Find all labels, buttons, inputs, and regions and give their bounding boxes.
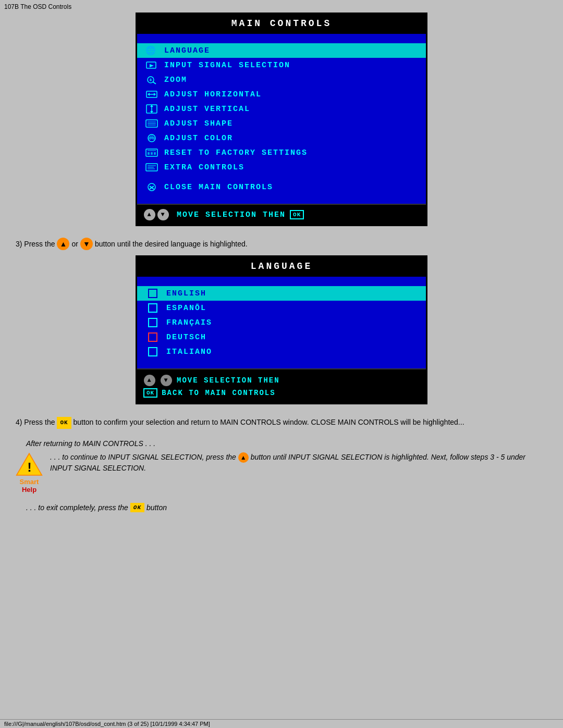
svg-marker-9 xyxy=(154,93,156,96)
menu-item-zoom[interactable]: + ZOOM xyxy=(137,72,426,87)
warning-triangle-icon: ! xyxy=(16,452,43,477)
menu-item-adjust-vertical[interactable]: ADJUST VERTICAL xyxy=(137,102,426,116)
svg-text:!: ! xyxy=(28,460,32,474)
smart-help-box: ! Smart Help . . . to continue to INPUT … xyxy=(16,452,547,493)
ok-badge: OK xyxy=(290,210,304,219)
svg-marker-2 xyxy=(150,64,154,67)
smart-label: Smart xyxy=(20,478,39,486)
down-triangle-button: ▼ xyxy=(80,238,93,250)
exit-line: . . . to exit completely, press the OK b… xyxy=(16,501,547,514)
input-signal-icon xyxy=(143,60,160,70)
main-controls-body: 🌐 LANGUAGE INPUT SIGNAL SELECTION xyxy=(137,34,426,204)
deutsch-label: DEUTSCH xyxy=(166,333,206,342)
svg-text:+: + xyxy=(149,78,153,83)
reset-factory-label: RESET TO FACTORY SETTINGS xyxy=(164,149,308,157)
italiano-label: ITALIANO xyxy=(166,348,212,356)
menu-item-close-main[interactable]: CLOSE MAIN CONTROLS xyxy=(137,180,426,194)
svg-rect-25 xyxy=(151,152,153,155)
main-controls-panel: MAIN CONTROLS 🌐 LANGUAGE xyxy=(136,13,427,226)
reset-factory-icon xyxy=(143,147,160,158)
smart-help-text-block: . . . to continue to INPUT SIGNAL SELECT… xyxy=(50,452,547,474)
menu-item-adjust-horizontal[interactable]: ADJUST HORIZONTAL xyxy=(137,87,426,102)
lang-back-text: BACK TO MAIN CONTROLS xyxy=(162,389,275,397)
extra-controls-icon xyxy=(143,162,160,172)
svg-point-21 xyxy=(150,135,153,138)
espanol-icon xyxy=(145,303,160,313)
instruction-3: 3) Press the ▲ or ▼ button until the des… xyxy=(16,235,547,255)
page-title: 107B The OSD Controls xyxy=(0,2,563,13)
svg-rect-26 xyxy=(154,152,156,155)
lang-ok-badge: OK xyxy=(143,388,157,398)
adjust-horizontal-icon xyxy=(143,89,160,100)
smart-up-arrow: ▲ xyxy=(238,452,249,463)
lang-down-icon: ▼ xyxy=(161,375,172,386)
svg-rect-24 xyxy=(148,152,150,155)
zoom-icon: + xyxy=(143,75,160,85)
language-label: LANGUAGE xyxy=(164,46,210,55)
input-signal-label: INPUT SIGNAL SELECTION xyxy=(164,61,290,70)
language-icon: 🌐 xyxy=(143,45,160,56)
after-returning-note: After returning to MAIN CONTROLS . . . xyxy=(16,439,547,448)
main-controls-header: MAIN CONTROLS xyxy=(137,14,426,34)
adjust-shape-icon xyxy=(143,118,160,129)
footer-text: MOVE SELECTION THEN xyxy=(177,211,286,219)
close-main-icon xyxy=(143,182,160,192)
lang-item-english[interactable]: ENGLISH xyxy=(137,286,426,301)
language-body: ENGLISH ESPANÕL FRANÇAIS xyxy=(137,277,426,368)
lang-item-deutsch[interactable]: DEUTSCH xyxy=(137,330,426,344)
deutsch-icon xyxy=(145,332,160,342)
footer-nav-icons: ▲ ▼ xyxy=(143,209,169,220)
menu-item-adjust-shape[interactable]: ADJUST SHAPE xyxy=(137,116,426,131)
adjust-vertical-icon xyxy=(143,104,160,114)
francais-icon xyxy=(145,318,160,327)
adjust-vertical-label: ADJUST VERTICAL xyxy=(164,105,250,114)
lang-footer-row2: OK BACK TO MAIN CONTROLS xyxy=(143,387,420,399)
ok-badge-inline: OK xyxy=(57,417,71,429)
zoom-label: ZOOM xyxy=(164,76,187,84)
up-arrow-icon: ▲ xyxy=(144,209,155,220)
menu-item-adjust-color[interactable]: ADJUST COLOR xyxy=(137,131,426,145)
menu-item-extra-controls[interactable]: EXTRA CONTROLS xyxy=(137,160,426,175)
exit-ok-badge: OK xyxy=(130,503,144,512)
adjust-color-icon xyxy=(143,133,160,143)
italiano-icon xyxy=(145,347,160,356)
language-panel: LANGUAGE ENGLISH ESPANÕL xyxy=(136,255,427,404)
lang-item-espanol[interactable]: ESPANÕL xyxy=(137,301,426,315)
menu-item-input-signal[interactable]: INPUT SIGNAL SELECTION xyxy=(137,58,426,72)
up-triangle-button: ▲ xyxy=(57,238,69,250)
adjust-color-label: ADJUST COLOR xyxy=(164,134,233,143)
lang-item-italiano[interactable]: ITALIANO xyxy=(137,344,426,359)
english-label: ENGLISH xyxy=(166,289,206,298)
espanol-label: ESPANÕL xyxy=(166,304,206,313)
menu-item-reset-factory[interactable]: RESET TO FACTORY SETTINGS xyxy=(137,145,426,160)
menu-item-language[interactable]: 🌐 LANGUAGE xyxy=(137,43,426,58)
language-footer: ▲ ▼ MOVE SELECTION THEN OK BACK TO MAIN … xyxy=(137,368,426,403)
extra-controls-label: EXTRA CONTROLS xyxy=(164,163,244,172)
lang-footer-text1: MOVE SELECTION THEN xyxy=(177,376,280,385)
english-icon xyxy=(145,289,160,298)
adjust-horizontal-label: ADJUST HORIZONTAL xyxy=(164,90,262,99)
svg-text:🌐: 🌐 xyxy=(145,45,157,56)
adjust-shape-label: ADJUST SHAPE xyxy=(164,119,233,128)
bottom-status-bar: file:///G|/manual/english/107B/osd/osd_c… xyxy=(0,719,563,728)
main-controls-footer: ▲ ▼ MOVE SELECTION THEN OK xyxy=(137,204,426,225)
francais-label: FRANÇAIS xyxy=(166,318,212,327)
bottom-bar-text: file:///G|/manual/english/107B/osd/osd_c… xyxy=(4,721,210,727)
help-label: Help xyxy=(22,486,36,493)
close-main-label: CLOSE MAIN CONTROLS xyxy=(164,183,273,192)
down-arrow-icon: ▼ xyxy=(157,209,169,220)
lang-item-francais[interactable]: FRANÇAIS xyxy=(137,315,426,330)
lang-footer-row1: ▲ ▼ MOVE SELECTION THEN xyxy=(143,374,420,387)
instruction-4: 4) Press the OK button to confirm your s… xyxy=(16,413,547,431)
svg-marker-8 xyxy=(148,93,150,96)
lang-up-icon: ▲ xyxy=(144,375,155,386)
language-header: LANGUAGE xyxy=(137,257,426,277)
